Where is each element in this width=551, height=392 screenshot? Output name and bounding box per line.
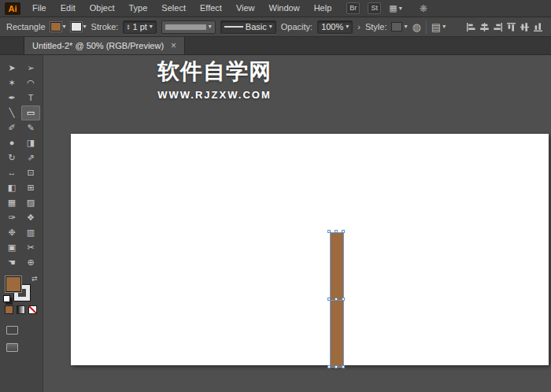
document-setup-button[interactable]: ▤ ▾: [431, 21, 446, 33]
artboard[interactable]: [71, 134, 549, 365]
width-profile-dropdown[interactable]: ▾: [161, 20, 216, 34]
align-vertical-bottom-button[interactable]: [533, 22, 543, 32]
style-label[interactable]: Style:: [365, 22, 387, 31]
drawing-mode-button[interactable]: [6, 326, 18, 335]
zoom-tool[interactable]: ⊕: [21, 255, 40, 270]
stepper-down-icon[interactable]: ▾: [127, 27, 129, 30]
opacity-field[interactable]: 100% ▾: [317, 20, 353, 34]
align-horizontal-center-button[interactable]: [479, 22, 490, 32]
width-profile-preview: [165, 24, 206, 30]
swap-fill-stroke-icon[interactable]: ⇄: [31, 275, 38, 283]
menu-help[interactable]: Help: [307, 0, 339, 17]
align-horizontal-right-button[interactable]: [493, 22, 503, 32]
selection-handle-bottom-center[interactable]: [335, 365, 338, 368]
stroke-weight-field[interactable]: ▴ ▾ 1 pt ▾: [123, 20, 156, 34]
chevron-down-icon: ▾: [269, 24, 272, 30]
opacity-label[interactable]: Opacity:: [281, 22, 312, 31]
menu-type[interactable]: Type: [122, 0, 155, 17]
rectangle-tool[interactable]: ▭: [21, 105, 40, 120]
stroke-weight-stepper[interactable]: ▴ ▾: [127, 24, 129, 30]
perspective-grid-tool[interactable]: ⊞: [21, 180, 40, 195]
stroke-weight-value: 1 pt: [132, 22, 146, 31]
menu-edit[interactable]: Edit: [54, 0, 83, 17]
tab-close-icon[interactable]: ×: [171, 40, 176, 51]
default-fill-stroke-icon[interactable]: [3, 295, 10, 302]
blob-brush-tool[interactable]: ●: [2, 135, 21, 150]
opacity-value: 100%: [321, 22, 343, 31]
pencil-tool[interactable]: ✎: [21, 120, 40, 135]
arrange-documents-button[interactable]: ▦ ▾: [389, 3, 401, 13]
shape-builder-tool[interactable]: ◧: [2, 180, 21, 195]
recolor-artwork-button[interactable]: ◍: [412, 21, 420, 33]
selection-handle-mid-left[interactable]: [327, 298, 331, 301]
menu-object[interactable]: Object: [83, 0, 122, 17]
style-dropdown[interactable]: ▾: [391, 22, 407, 31]
align-vertical-center-button[interactable]: [520, 22, 530, 32]
stock-button[interactable]: St: [368, 2, 381, 14]
brush-definition-dropdown[interactable]: Basic ▾: [220, 20, 276, 34]
chevron-down-icon: ▾: [404, 24, 407, 30]
brush-name: Basic: [246, 22, 267, 31]
menu-view[interactable]: View: [229, 0, 262, 17]
stroke-label[interactable]: Stroke:: [91, 22, 119, 31]
type-tool[interactable]: T: [21, 91, 40, 105]
lasso-tool[interactable]: ◠: [21, 76, 40, 91]
menu-select[interactable]: Select: [154, 0, 193, 17]
free-transform-tool[interactable]: ⊡: [21, 165, 40, 180]
selection-handle-top-center[interactable]: [335, 230, 338, 233]
none-button[interactable]: [28, 305, 37, 314]
direct-selection-tool[interactable]: ➢: [21, 61, 40, 76]
menu-window[interactable]: Window: [262, 0, 307, 17]
eraser-tool[interactable]: ◨: [21, 135, 40, 150]
fill-color-dropdown[interactable]: ▾: [50, 22, 66, 31]
selection-handle-top-right[interactable]: [342, 230, 345, 233]
symbol-sprayer-tool[interactable]: ❉: [2, 225, 21, 240]
separator: [426, 20, 427, 34]
align-buttons-group: [466, 22, 545, 32]
illustrator-logo[interactable]: Ai: [5, 2, 20, 15]
artboard-tool[interactable]: ▣: [2, 240, 21, 255]
menu-effect[interactable]: Effect: [193, 0, 229, 17]
tools-panel: ➤ ➢ ✶ ◠ ✒ T ╲ ▭ ✐ ✎ ● ◨ ↻ ⇗ ↔ ⊡ ◧ ⊞ ▦ ▨ …: [0, 55, 43, 392]
eyedropper-tool[interactable]: ✑: [2, 210, 21, 225]
canvas-area[interactable]: 软件自学网 WWW.RJZXW.COM: [43, 55, 551, 392]
screen-mode-button[interactable]: [6, 343, 18, 352]
line-segment-tool[interactable]: ╲: [2, 105, 21, 120]
paintbrush-tool[interactable]: ✐: [2, 120, 21, 135]
gradient-tool[interactable]: ▨: [21, 195, 40, 210]
cs-live-icon[interactable]: ❋: [420, 3, 427, 14]
column-graph-tool[interactable]: ▥: [21, 225, 40, 240]
selection-handle-mid-center[interactable]: [335, 298, 338, 301]
document-tab[interactable]: Untitled-2* @ 50% (RGB/Preview) ×: [24, 37, 185, 54]
gradient-button[interactable]: [17, 305, 25, 314]
rotate-tool[interactable]: ↻: [2, 150, 21, 165]
scale-tool[interactable]: ⇗: [21, 150, 40, 165]
bridge-button[interactable]: Br: [346, 2, 360, 14]
transparency-panel-arrow[interactable]: ›: [357, 22, 361, 31]
mesh-tool[interactable]: ▦: [2, 195, 21, 210]
selection-tool[interactable]: ➤: [2, 61, 21, 76]
color-button[interactable]: [5, 305, 13, 314]
selection-handle-bottom-right[interactable]: [342, 365, 345, 368]
align-vertical-top-button[interactable]: [506, 22, 516, 32]
fill-swatch[interactable]: [6, 276, 21, 292]
hand-tool[interactable]: ☚: [2, 255, 21, 270]
selection-handle-mid-right[interactable]: [342, 298, 345, 301]
menu-bar: Ai File Edit Object Type Select Effect V…: [0, 0, 551, 17]
style-swatch: [391, 22, 402, 31]
align-horizontal-left-button[interactable]: [466, 22, 476, 32]
slice-tool[interactable]: ✂: [21, 240, 40, 255]
stroke-color-dropdown[interactable]: ▾: [71, 22, 87, 31]
width-tool[interactable]: ↔: [2, 165, 21, 180]
blend-tool[interactable]: ❖: [21, 210, 40, 225]
selection-handle-bottom-left[interactable]: [327, 365, 331, 368]
menu-file[interactable]: File: [25, 0, 54, 17]
stroke-color-swatch: [71, 22, 82, 31]
magic-wand-tool[interactable]: ✶: [2, 76, 21, 91]
pen-tool[interactable]: ✒: [2, 91, 21, 105]
document-tab-title: Untitled-2* @ 50% (RGB/Preview): [32, 41, 164, 50]
selection-handle-top-left[interactable]: [327, 230, 331, 233]
paint-style-buttons: [0, 305, 43, 314]
chevron-down-icon: ▾: [83, 24, 87, 30]
fill-color-swatch: [50, 22, 61, 31]
